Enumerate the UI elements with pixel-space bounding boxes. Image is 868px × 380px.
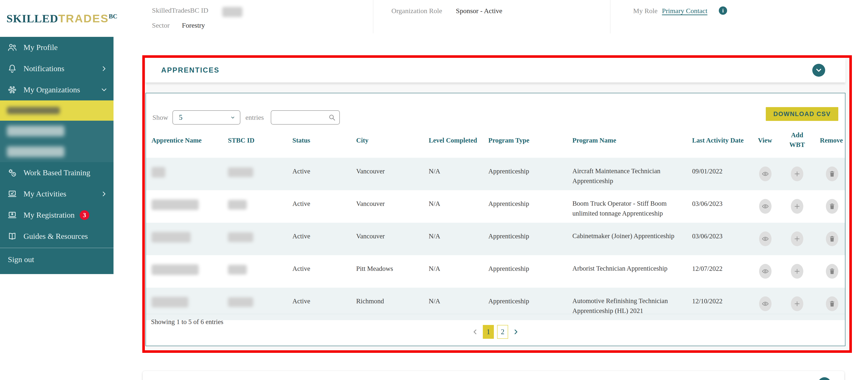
page-button-2[interactable]: 2	[497, 325, 508, 339]
redacted-stbc-id	[228, 265, 247, 274]
last-activity-cell: 03/06/2023	[692, 232, 722, 240]
sidebar: My Profile Notifications My Organization…	[0, 37, 114, 274]
remove-button[interactable]	[826, 296, 838, 311]
sign-out-button[interactable]: Sign out	[0, 249, 114, 270]
book-icon	[7, 231, 18, 241]
previous-page-button[interactable]	[470, 327, 479, 337]
view-button[interactable]	[759, 264, 772, 279]
sidebar-item-label: Guides & Resources	[24, 232, 108, 241]
apprentices-table-card: Show 5 entries DOWNLOAD CSV Apprentice N…	[146, 93, 845, 346]
gears-clock-icon	[7, 168, 18, 178]
laptop-check-icon	[7, 188, 18, 199]
page-size-select[interactable]: 5	[173, 110, 240, 125]
my-role-link[interactable]: Primary Contact	[662, 7, 707, 15]
page-button-1[interactable]: 1	[483, 325, 494, 339]
sidebar-item-guides-resources[interactable]: Guides & Resources	[0, 226, 114, 247]
organizations-submenu	[0, 100, 114, 162]
sidebar-item-my-activities[interactable]: My Activities	[0, 183, 114, 205]
sidebar-item-label: My Activities	[24, 189, 100, 198]
chevron-down-icon	[815, 66, 823, 74]
search-input[interactable]	[275, 114, 328, 121]
sidebar-item-my-profile[interactable]: My Profile	[0, 37, 114, 58]
info-icon[interactable]: i	[719, 6, 727, 15]
add-wbt-button[interactable]	[791, 264, 803, 279]
collapse-panel-button[interactable]	[818, 377, 831, 380]
table-search-box	[271, 110, 340, 125]
eye-icon	[762, 300, 769, 308]
status-cell: Active	[292, 200, 310, 207]
sidebar-item-my-organizations[interactable]: My Organizations	[0, 79, 114, 100]
chevron-right-icon	[512, 328, 520, 336]
redacted-stbc-id-value	[222, 7, 243, 17]
organization-icon	[7, 85, 18, 95]
program-name-cell: Aircraft Maintenance Technician Apprenti…	[572, 166, 683, 186]
program-type-cell: Apprenticeship	[488, 168, 529, 175]
logo-skilled: SKILLED	[6, 12, 58, 25]
column-header: Apprentice Name	[152, 137, 202, 144]
organization-item-selected[interactable]	[0, 100, 114, 121]
entries-label: entries	[245, 114, 264, 121]
org-role-label: Organization Role	[392, 7, 442, 15]
column-header: Program Type	[488, 137, 529, 144]
column-header: Program Name	[572, 137, 683, 144]
next-section-panel	[143, 371, 844, 380]
add-wbt-button[interactable]	[791, 296, 803, 311]
remove-button[interactable]	[826, 231, 838, 246]
redacted-apprentice-name	[152, 264, 199, 275]
panel-title: APPRENTICES	[161, 66, 219, 75]
redacted-stbc-id	[228, 297, 253, 307]
sidebar-item-notifications[interactable]: Notifications	[0, 58, 114, 79]
redacted-organization-name	[7, 107, 60, 114]
remove-button[interactable]	[826, 264, 838, 279]
remove-button[interactable]	[826, 167, 838, 181]
column-header: STBC ID	[228, 137, 254, 144]
city-cell: Pitt Meadows	[356, 265, 393, 272]
redacted-apprentice-name	[152, 297, 188, 308]
my-role-label: My Role	[633, 7, 657, 15]
status-cell: Active	[292, 232, 310, 240]
page-size-value: 5	[179, 113, 230, 122]
level-cell: N/A	[429, 200, 440, 207]
redacted-stbc-id	[228, 200, 247, 210]
eye-icon	[762, 203, 769, 210]
city-cell: Vancouver	[356, 168, 385, 175]
collapse-panel-button[interactable]	[812, 64, 825, 77]
chevron-left-icon	[471, 328, 479, 336]
sidebar-item-label: Notifications	[24, 64, 100, 73]
organization-item[interactable]	[0, 121, 114, 141]
registration-count-badge: 3	[80, 210, 89, 220]
sidebar-item-work-based-training[interactable]: Work Based Training	[0, 162, 114, 183]
column-header: Remove	[820, 137, 832, 144]
add-wbt-button[interactable]	[791, 199, 803, 214]
add-wbt-button[interactable]	[791, 167, 803, 181]
pagination: 1 2	[146, 324, 845, 340]
table-body: Active Vancouver N/A Apprenticeship Airc…	[146, 158, 845, 320]
show-label: Show	[152, 114, 168, 121]
trash-icon	[828, 300, 836, 308]
column-header: Status	[292, 137, 310, 144]
apprentices-panel-header: APPRENTICES	[146, 58, 845, 83]
organization-item[interactable]	[0, 141, 114, 162]
sector-label: Sector	[152, 22, 170, 29]
city-cell: Vancouver	[356, 200, 385, 207]
view-button[interactable]	[759, 231, 772, 246]
view-button[interactable]	[759, 296, 772, 311]
add-wbt-button[interactable]	[791, 231, 803, 246]
view-button[interactable]	[759, 199, 772, 214]
eye-icon	[762, 170, 769, 178]
download-csv-button[interactable]: DOWNLOAD CSV	[766, 107, 838, 121]
status-cell: Active	[292, 297, 310, 305]
column-header: Last Activity Date	[692, 137, 744, 144]
eye-icon	[762, 268, 769, 275]
trash-icon	[828, 203, 836, 210]
eye-icon	[762, 235, 769, 242]
next-page-button[interactable]	[512, 327, 521, 337]
program-type-cell: Apprenticeship	[488, 265, 529, 272]
sidebar-item-my-registration[interactable]: My Registration 3	[0, 205, 114, 226]
logo-bc: BC	[109, 13, 117, 20]
app-logo: SKILLEDTRADESBC	[6, 12, 117, 25]
city-cell: Richmond	[356, 297, 384, 305]
remove-button[interactable]	[826, 199, 838, 214]
view-button[interactable]	[759, 167, 772, 181]
laptop-download-icon	[7, 210, 18, 221]
